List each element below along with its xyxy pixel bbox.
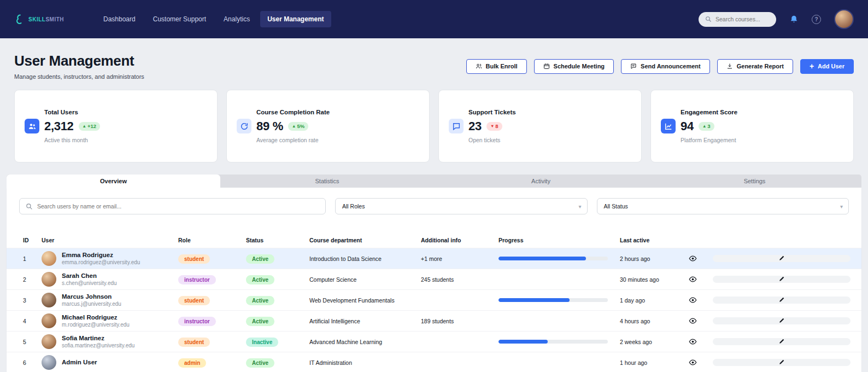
view-button[interactable]	[689, 296, 713, 304]
role-badge: instructor	[178, 317, 216, 326]
users-table: ID User Role Status Course department Ad…	[7, 233, 861, 372]
status-badge: Active	[246, 358, 274, 368]
edit-button[interactable]	[713, 359, 851, 366]
chat-icon	[449, 119, 464, 133]
stats-row: Total Users 2,312 ▲+12 Active this month…	[0, 88, 868, 162]
progress-bar	[498, 298, 608, 302]
edit-button[interactable]	[713, 317, 851, 324]
search-icon	[705, 16, 712, 22]
user-name: Sofia Martinez	[62, 335, 134, 341]
view-button[interactable]	[689, 317, 713, 325]
course-department: Web Development Fundamentals	[309, 297, 421, 304]
pencil-icon	[778, 275, 785, 282]
tab-statistics[interactable]: Statistics	[220, 175, 434, 188]
delta-badge: ▲+12	[79, 122, 101, 131]
search-icon	[26, 203, 33, 210]
user-search[interactable]	[19, 198, 326, 214]
download-icon	[726, 63, 733, 69]
navbar-search[interactable]	[699, 12, 776, 27]
delta-badge: ▲5%	[288, 122, 308, 131]
help-button[interactable]: ?	[812, 15, 821, 24]
navbar-search-input[interactable]	[715, 16, 770, 22]
course-department: IT Administration	[309, 359, 421, 366]
bulk-enroll-button[interactable]: Bulk Enroll	[466, 59, 527, 74]
arrow-up-icon: ▲	[702, 124, 706, 129]
additional-info: +1 more	[421, 255, 498, 262]
stat-value: 2,312	[44, 119, 74, 133]
user-search-input[interactable]	[37, 203, 319, 210]
table-row[interactable]: 5 Sofia Martinez sofia.martinez@universi…	[7, 331, 861, 352]
tab-bar: Overview Statistics Activity Settings	[7, 175, 861, 188]
avatar	[42, 293, 56, 307]
bell-icon	[789, 15, 799, 24]
role-filter-select[interactable]: All Roles ▾	[335, 198, 588, 214]
user-email: marcus.j@university.edu	[62, 301, 121, 307]
avatar	[42, 334, 56, 349]
avatar	[42, 251, 56, 266]
last-active: 30 minutes ago	[620, 276, 689, 283]
filter-row: All Roles ▾ All Status ▾	[7, 188, 861, 214]
status-filter-select[interactable]: All Status ▾	[597, 198, 849, 214]
row-id: 4	[23, 318, 42, 324]
send-announcement-button[interactable]: Send Announcement	[621, 59, 710, 74]
users-icon	[25, 119, 39, 133]
view-button[interactable]	[689, 254, 713, 263]
user-avatar[interactable]	[834, 9, 854, 29]
pencil-icon	[778, 338, 785, 345]
user-email: sofia.martinez@university.edu	[62, 342, 134, 348]
status-badge: Active	[246, 254, 274, 264]
pencil-icon	[778, 254, 785, 261]
table-row[interactable]: 1 Emma Rodriguez emma.rodriguez@universi…	[7, 248, 861, 269]
nav-item-dashboard[interactable]: Dashboard	[96, 11, 143, 27]
tab-activity[interactable]: Activity	[434, 175, 648, 188]
nav-item-user-management[interactable]: User Management	[260, 11, 331, 27]
table-row[interactable]: 2 Sarah Chen s.chen@university.edu instr…	[7, 269, 861, 289]
course-department: Introduction to Data Science	[309, 255, 421, 262]
bulk-enroll-label: Bulk Enroll	[486, 63, 518, 69]
chevron-down-icon: ▾	[578, 204, 581, 210]
generate-report-label: Generate Report	[737, 63, 784, 69]
avatar	[42, 355, 56, 370]
view-button[interactable]	[689, 275, 713, 283]
edit-button[interactable]	[713, 338, 851, 345]
eye-icon	[689, 358, 697, 367]
role-badge: student	[178, 338, 210, 347]
schedule-meeting-button[interactable]: Schedule Meeting	[534, 59, 614, 74]
eye-icon	[689, 296, 697, 304]
row-id: 3	[23, 297, 42, 304]
view-button[interactable]	[689, 338, 713, 346]
eye-icon	[689, 254, 697, 263]
generate-report-button[interactable]: Generate Report	[717, 59, 793, 74]
table-row[interactable]: 3 Marcus Johnson marcus.j@university.edu…	[7, 289, 861, 310]
stat-caption: Open tickets	[468, 137, 631, 143]
tab-settings[interactable]: Settings	[648, 175, 861, 188]
stat-caption: Average completion rate	[256, 137, 419, 143]
view-button[interactable]	[689, 358, 713, 367]
tab-overview[interactable]: Overview	[7, 175, 220, 188]
row-id: 1	[23, 255, 42, 262]
stat-card-total-users: Total Users 2,312 ▲+12 Active this month	[14, 90, 218, 162]
stat-caption: Active this month	[44, 137, 207, 143]
nav-item-analytics[interactable]: Analytics	[216, 11, 257, 27]
add-user-button[interactable]: + Add User	[800, 59, 854, 74]
table-row[interactable]: 6 Admin User admin Active IT Administrat…	[7, 352, 861, 372]
skillsmith-logo-icon	[14, 14, 25, 25]
avatar	[42, 313, 56, 328]
course-department: Advanced Machine Learning	[309, 339, 421, 345]
overview-panel: All Roles ▾ All Status ▾ ID User Role St…	[7, 188, 861, 372]
row-id: 5	[23, 339, 42, 345]
notifications-button[interactable]	[789, 15, 799, 24]
stat-value: 23	[468, 119, 482, 133]
edit-button[interactable]	[713, 297, 851, 304]
table-row[interactable]: 4 Michael Rodriguez m.rodriguez@universi…	[7, 310, 861, 331]
pencil-icon	[778, 358, 785, 365]
last-active: 1 hour ago	[620, 359, 689, 366]
nav-item-customer-support[interactable]: Customer Support	[146, 11, 213, 27]
edit-button[interactable]	[713, 255, 851, 262]
stat-card-completion-rate: Course Completion Rate 89 % ▲5% Average …	[226, 90, 430, 162]
course-department: Computer Science	[309, 276, 421, 283]
header-id: ID	[23, 237, 42, 243]
edit-button[interactable]	[713, 276, 851, 283]
user-email: s.chen@university.edu	[62, 280, 117, 286]
page-header-text: User Management Manage students, instruc…	[14, 53, 144, 80]
